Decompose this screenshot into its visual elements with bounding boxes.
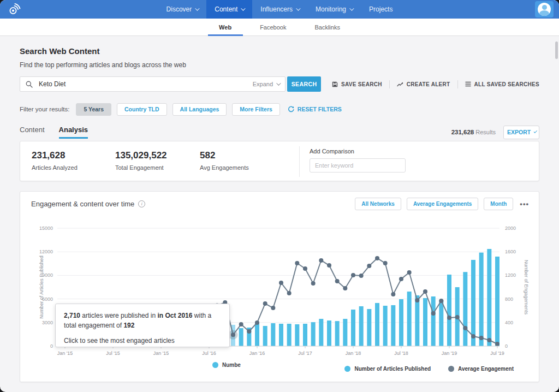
- info-icon[interactable]: i: [138, 200, 145, 207]
- nav-item-content[interactable]: Content: [206, 0, 252, 19]
- filter-chip-date-range[interactable]: 5 Years: [76, 103, 111, 116]
- active-tab-underline: [208, 34, 243, 36]
- all-networks-button[interactable]: All Networks: [355, 198, 401, 210]
- nav-item-projects[interactable]: Projects: [361, 0, 401, 19]
- filter-label: Filter your results:: [20, 106, 69, 112]
- month-button[interactable]: Month: [484, 198, 513, 210]
- svg-text:Jan '15: Jan '15: [153, 351, 169, 356]
- export-button[interactable]: EXPORT: [503, 126, 539, 139]
- filter-chip-country-tld[interactable]: Country TLD: [117, 103, 167, 116]
- search-input[interactable]: [38, 80, 253, 88]
- search-icon: [26, 81, 33, 88]
- svg-text:1200: 1200: [505, 272, 516, 278]
- average-engagements-button[interactable]: Average Engagements: [407, 198, 478, 210]
- divider: [299, 146, 300, 177]
- stats-panel: 231,628 Articles Analyzed 135,029,522 To…: [20, 141, 539, 181]
- add-comparison-label: Add Comparison: [310, 148, 406, 155]
- search-button[interactable]: SEARCH: [287, 76, 321, 92]
- svg-text:15000: 15000: [39, 225, 53, 231]
- stat-value: 582: [200, 150, 249, 161]
- nav-label: Monitoring: [316, 5, 346, 13]
- stat-total-engagement: 135,029,522 Total Engagement: [115, 150, 167, 171]
- subtab-facebook[interactable]: Facebook: [259, 19, 287, 35]
- svg-text:Jul '18: Jul '18: [394, 351, 408, 356]
- page-title: Search Web Content: [20, 46, 99, 56]
- stat-label: Avg Engagements: [200, 164, 249, 171]
- list-icon: [465, 81, 471, 87]
- chevron-down-icon: [276, 81, 281, 85]
- scrollbar-thumb[interactable]: [555, 41, 558, 59]
- chart-menu-button[interactable]: •••: [519, 200, 530, 208]
- svg-text:0: 0: [505, 343, 508, 349]
- filter-row: Filter your results: 5 Years Country TLD…: [20, 103, 539, 116]
- create-alert-button[interactable]: CREATE ALERT: [397, 81, 450, 87]
- legend-dot-icon: [212, 362, 218, 368]
- tab-content[interactable]: Content: [20, 126, 45, 139]
- tab-analysis[interactable]: Analysis: [59, 126, 88, 139]
- chevron-down-icon: [296, 6, 300, 10]
- chart-header: Engagement & content over time i All Net…: [20, 192, 539, 216]
- engagement-chart-card: Engagement & content over time i All Net…: [20, 191, 539, 382]
- legend-item-articles[interactable]: Number of Articles Published: [344, 366, 431, 372]
- divider: [457, 80, 458, 88]
- user-avatar[interactable]: [535, 1, 554, 17]
- top-nav: Discover Content Influencers Monitoring …: [0, 0, 559, 19]
- svg-text:3000: 3000: [42, 320, 53, 325]
- nav-item-influencers[interactable]: Influencers: [252, 0, 307, 19]
- svg-text:1600: 1600: [505, 249, 516, 254]
- all-saved-searches-button[interactable]: ALL SAVED SEARCHES: [465, 81, 540, 87]
- nav-item-monitoring[interactable]: Monitoring: [307, 0, 361, 19]
- svg-text:Number of Engagements: Number of Engagements: [524, 260, 529, 315]
- tooltip-action-text: Click to see the most engaged articles: [64, 336, 221, 346]
- nav-item-discover[interactable]: Discover: [158, 0, 207, 19]
- save-search-button[interactable]: SAVE SEARCH: [332, 81, 382, 87]
- svg-text:Jul '19: Jul '19: [490, 351, 504, 356]
- nav-label: Discover: [166, 5, 192, 13]
- chevron-down-icon: [349, 6, 354, 10]
- subtab-web[interactable]: Web: [218, 19, 233, 35]
- content-subnav: Web Facebook Backlinks: [0, 19, 559, 36]
- subtab-backlinks[interactable]: Backlinks: [313, 19, 341, 35]
- tooltip-text: 2,710 articles were published in in Oct …: [64, 311, 221, 330]
- person-icon: [538, 3, 551, 16]
- reset-filters-button[interactable]: RESET FILTERS: [288, 106, 342, 112]
- stat-articles-analyzed: 231,628 Articles Analyzed: [32, 150, 78, 171]
- comparison-keyword-input[interactable]: [310, 158, 406, 173]
- app-window: Discover Content Influencers Monitoring …: [0, 0, 559, 392]
- main-menu: Discover Content Influencers Monitoring …: [0, 0, 559, 19]
- engagement-chart: 0030004006000800900012001200016001500020…: [20, 192, 540, 383]
- results-count: 231,628 Results: [451, 129, 496, 135]
- expand-toggle[interactable]: Expand: [253, 81, 280, 87]
- filter-chip-languages[interactable]: All Languages: [173, 103, 227, 116]
- legend-dot-icon: [344, 366, 350, 372]
- legend-partial-label: Numbe: [222, 362, 241, 368]
- search-box[interactable]: Expand: [20, 76, 286, 92]
- svg-text:400: 400: [505, 320, 513, 325]
- svg-text:Jul '17: Jul '17: [298, 351, 312, 356]
- chevron-down-icon: [195, 6, 199, 10]
- legend-partial: Numbe: [212, 362, 241, 368]
- active-tab-underline: [59, 137, 88, 139]
- nav-label: Influencers: [260, 5, 293, 13]
- chevron-down-icon: [241, 6, 245, 10]
- chart-title: Engagement & content over time i: [31, 200, 145, 208]
- svg-text:Number of Articles Published: Number of Articles Published: [39, 256, 44, 319]
- chevron-down-icon: [534, 129, 537, 133]
- trend-arrow-icon: [397, 81, 403, 87]
- svg-text:800: 800: [505, 296, 513, 302]
- stat-label: Articles Analyzed: [32, 164, 78, 171]
- svg-text:Jan '15: Jan '15: [57, 351, 73, 356]
- filter-chip-more-filters[interactable]: More Filters: [232, 103, 280, 116]
- svg-text:Jan '19: Jan '19: [442, 351, 457, 356]
- chart-legend: Number of Articles Published Average Eng…: [344, 366, 514, 372]
- svg-text:2000: 2000: [505, 225, 516, 231]
- chart-tooltip[interactable]: 2,710 articles were published in in Oct …: [55, 304, 230, 347]
- svg-text:6000: 6000: [42, 296, 53, 302]
- page-subtitle: Find the top performing articles and blo…: [20, 61, 186, 69]
- stat-avg-engagements: 582 Avg Engagements: [200, 150, 249, 171]
- legend-item-engagement[interactable]: Average Engagement: [448, 366, 514, 372]
- search-actions: SAVE SEARCH CREATE ALERT ALL SAVED SEARC…: [332, 80, 539, 88]
- nav-label: Content: [215, 5, 237, 13]
- chart-controls: All Networks Average Engagements Month •…: [355, 198, 530, 210]
- svg-text:0: 0: [50, 343, 53, 349]
